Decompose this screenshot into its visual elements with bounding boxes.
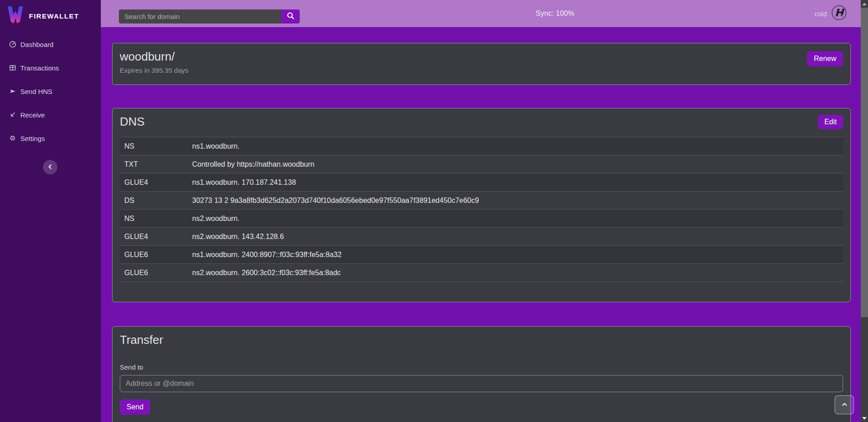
scrollbar-up-arrow[interactable]: [861, 0, 868, 8]
domain-info: woodburn/ Expires in 395.35 days: [120, 50, 189, 78]
sidebar-item-label: Settings: [20, 135, 45, 142]
sidebar-item-send-hns[interactable]: Send HNS: [0, 80, 101, 103]
dns-record-row: GLUE4 ns2.woodburn. 143.42.128.6: [120, 228, 843, 246]
scrollbar-thumb[interactable]: [861, 8, 868, 317]
scrollbar[interactable]: [861, 0, 868, 422]
brand-name: FIREWALLET: [29, 12, 79, 20]
sidebar: FIREWALLET Dashboard: [0, 0, 101, 422]
search-icon: [287, 12, 295, 21]
sidebar-item-label: Send HNS: [20, 88, 52, 95]
top-bar: Sync: 100% cold H: [101, 0, 861, 27]
dns-record-row: TXT Controlled by https://nathan.woodbur…: [120, 155, 843, 173]
send-icon: [9, 88, 16, 95]
dns-record-type: GLUE4: [120, 233, 188, 241]
dns-card: DNS Edit NS ns1.woodburn. TXT Controlled…: [112, 108, 851, 302]
dns-record-row: NS ns2.woodburn.: [120, 210, 843, 228]
sync-status: Sync: 100%: [536, 0, 574, 27]
send-button[interactable]: Send: [120, 399, 150, 415]
scroll-to-top-button[interactable]: [835, 395, 854, 414]
dns-card-header: DNS Edit: [120, 115, 843, 129]
sidebar-item-label: Transactions: [20, 64, 59, 72]
domain-search: [119, 9, 300, 23]
search-button[interactable]: [281, 9, 300, 23]
sidebar-item-settings[interactable]: ⚙ Settings: [0, 127, 101, 150]
dns-record-value: Controlled by https://nathan.woodburn: [188, 160, 843, 169]
dns-record-type: GLUE6: [120, 251, 188, 259]
wallet-cluster[interactable]: cold H: [814, 0, 847, 27]
wallet-name: cold: [814, 10, 827, 18]
dns-record-row: GLUE6 ns2.woodburn. 2600:3c02::f03c:93ff…: [120, 264, 843, 282]
receive-arrow-icon: [9, 111, 16, 118]
dns-record-row: NS ns1.woodburn.: [120, 137, 843, 155]
dns-record-row: GLUE4 ns1.woodburn. 170.187.241.138: [120, 173, 843, 192]
dns-record-value: ns2.woodburn.: [188, 215, 843, 223]
dns-record-type: TXT: [120, 160, 188, 169]
dns-record-row: GLUE6 ns1.woodburn. 2400:8907::f03c:93ff…: [120, 246, 843, 264]
dns-record-type: NS: [120, 215, 188, 223]
dns-record-value: ns2.woodburn. 143.42.128.6: [188, 233, 843, 241]
dns-record-value: ns2.woodburn. 2600:3c02::f03c:93ff:fe5a:…: [188, 269, 843, 277]
dns-record-type: GLUE6: [120, 269, 188, 277]
dns-record-value: ns1.woodburn. 2400:8907::f03c:93ff:fe5a:…: [188, 251, 843, 259]
edit-dns-button[interactable]: Edit: [818, 115, 843, 129]
domain-card: woodburn/ Expires in 395.35 days Renew: [112, 43, 851, 85]
sidebar-item-label: Dashboard: [20, 41, 53, 48]
handshake-logo-icon: H: [831, 5, 847, 23]
dns-record-row: DS 30273 13 2 9a3a8fb3d625d2a2073d740f10…: [120, 192, 843, 210]
dns-title: DNS: [120, 115, 145, 129]
domain-title: woodburn/: [120, 50, 189, 64]
svg-text:H: H: [835, 7, 844, 19]
renew-button[interactable]: Renew: [807, 51, 843, 66]
dns-record-value: ns1.woodburn. 170.187.241.138: [188, 178, 843, 187]
transfer-title: Transfer: [120, 333, 843, 347]
dns-record-value: ns1.woodburn.: [188, 142, 843, 150]
dns-record-type: GLUE4: [120, 178, 188, 187]
domain-expiry: Expires in 395.35 days: [120, 66, 189, 74]
chevron-up-icon: [840, 400, 849, 410]
gauge-icon: [9, 41, 16, 48]
sidebar-item-receive[interactable]: Receive: [0, 103, 101, 127]
sidebar-item-label: Receive: [20, 111, 45, 119]
firewallet-logo-icon: [6, 5, 24, 26]
send-to-label: Send to: [120, 363, 843, 371]
dns-record-type: DS: [120, 197, 188, 205]
sidebar-item-dashboard[interactable]: Dashboard: [0, 33, 101, 56]
brand[interactable]: FIREWALLET: [0, 0, 101, 28]
search-input[interactable]: [119, 9, 281, 23]
sidebar-nav: Dashboard Transactions S: [0, 33, 101, 150]
firewallet-app: Sync: 100% cold H: [0, 0, 868, 422]
transfer-address-input[interactable]: [120, 375, 843, 392]
gear-icon: ⚙: [9, 135, 16, 142]
dns-records-table: NS ns1.woodburn. TXT Controlled by https…: [120, 137, 843, 282]
sidebar-item-transactions[interactable]: Transactions: [0, 56, 101, 80]
transfer-card: Transfer Send to Send: [112, 326, 851, 422]
sidebar-collapse-button[interactable]: [43, 160, 57, 174]
dns-record-value: 30273 13 2 9a3a8fb3d625d2a2073d740f10da6…: [188, 197, 843, 205]
dns-record-type: NS: [120, 142, 188, 150]
chevron-left-icon: [47, 164, 53, 171]
scrollbar-down-arrow[interactable]: [861, 414, 868, 422]
table-icon: [9, 64, 16, 71]
